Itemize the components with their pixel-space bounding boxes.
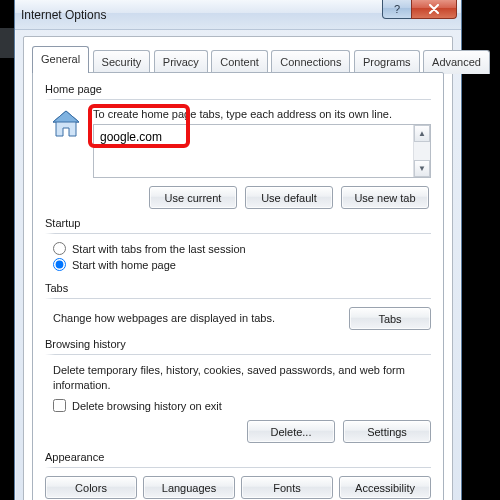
tabs-button[interactable]: Tabs: [349, 307, 431, 330]
use-new-tab-button[interactable]: Use new tab: [341, 186, 429, 209]
radio-home-page-label: Start with home page: [72, 259, 176, 271]
delete-button[interactable]: Delete...: [247, 420, 335, 443]
close-icon: [428, 4, 440, 14]
client-area: General Security Privacy Content Connect…: [23, 36, 453, 500]
legend-startup: Startup: [45, 217, 80, 229]
tabpanel-general: Home page To create home page tabs, type…: [32, 72, 444, 500]
use-current-button[interactable]: Use current: [149, 186, 237, 209]
languages-button[interactable]: Languages: [143, 476, 235, 499]
tab-security[interactable]: Security: [93, 50, 151, 74]
radio-home-page[interactable]: Start with home page: [53, 258, 431, 271]
tab-privacy[interactable]: Privacy: [154, 50, 208, 74]
tab-content[interactable]: Content: [211, 50, 268, 74]
tab-programs[interactable]: Programs: [354, 50, 420, 74]
scroll-up-icon[interactable]: ▲: [414, 125, 430, 142]
tab-advanced[interactable]: Advanced: [423, 50, 490, 74]
group-appearance: Appearance Colors Languages Fonts Access…: [45, 451, 431, 499]
use-default-button[interactable]: Use default: [245, 186, 333, 209]
radio-last-session[interactable]: Start with tabs from the last session: [53, 242, 431, 255]
group-browsing-history: Browsing history Delete temporary files,…: [45, 338, 431, 443]
colors-button[interactable]: Colors: [45, 476, 137, 499]
homepage-hint: To create home page tabs, type each addr…: [93, 108, 431, 120]
delete-on-exit[interactable]: Delete browsing history on exit: [53, 399, 431, 412]
accessibility-button[interactable]: Accessibility: [339, 476, 431, 499]
tabstrip: General Security Privacy Content Connect…: [32, 45, 444, 73]
tabs-text: Change how webpages are displayed in tab…: [53, 311, 275, 326]
tab-connections[interactable]: Connections: [271, 50, 350, 74]
legend-appearance: Appearance: [45, 451, 104, 463]
fonts-button[interactable]: Fonts: [241, 476, 333, 499]
help-button[interactable]: ?: [382, 0, 412, 19]
svg-marker-1: [53, 111, 79, 122]
group-startup: Startup Start with tabs from the last se…: [45, 217, 431, 274]
close-button[interactable]: [411, 0, 457, 19]
help-icon: ?: [394, 3, 400, 15]
homepage-input[interactable]: google.com: [94, 125, 413, 177]
titlebar[interactable]: Internet Options ?: [15, 0, 461, 30]
legend-browsing-history: Browsing history: [45, 338, 126, 350]
window-title: Internet Options: [21, 8, 106, 22]
settings-button[interactable]: Settings: [343, 420, 431, 443]
radio-last-session-label: Start with tabs from the last session: [72, 243, 246, 255]
legend-homepage: Home page: [45, 83, 102, 95]
scrollbar[interactable]: ▲ ▼: [413, 125, 430, 177]
radio-home-page-input[interactable]: [53, 258, 66, 271]
home-icon: [49, 108, 83, 142]
tab-general[interactable]: General: [32, 46, 89, 73]
radio-last-session-input[interactable]: [53, 242, 66, 255]
delete-on-exit-label: Delete browsing history on exit: [72, 400, 222, 412]
internet-options-window: Internet Options ? General Security Priv…: [14, 0, 462, 500]
delete-on-exit-checkbox[interactable]: [53, 399, 66, 412]
scroll-down-icon[interactable]: ▼: [414, 160, 430, 177]
homepage-input-wrap: google.com ▲ ▼: [93, 124, 431, 178]
legend-tabs: Tabs: [45, 282, 68, 294]
group-tabs: Tabs Change how webpages are displayed i…: [45, 282, 431, 330]
group-homepage: Home page To create home page tabs, type…: [45, 83, 431, 209]
browsing-history-text: Delete temporary files, history, cookies…: [53, 363, 413, 393]
